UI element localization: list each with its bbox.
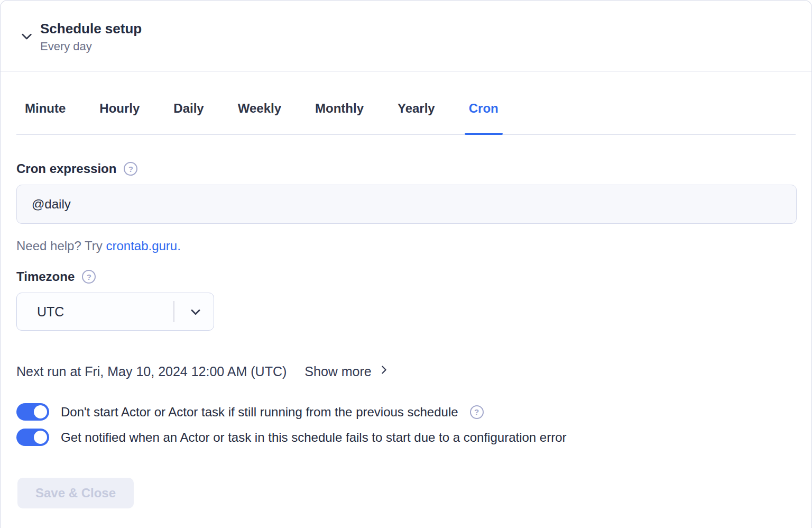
toggle-knob <box>34 431 47 444</box>
schedule-type-tabs: Minute Hourly Daily Weekly Monthly Yearl… <box>16 101 796 135</box>
timezone-label: Timezone <box>16 269 75 284</box>
toggle-row-get-notified: Get notified when an Actor or task in th… <box>16 429 796 446</box>
schedule-setup-dialog: Schedule setup Every day Minute Hourly D… <box>0 0 812 528</box>
select-divider <box>173 301 174 322</box>
hint-text: Need help? Try <box>16 239 106 253</box>
next-run-row: Next run at Fri, May 10, 2024 12:00 AM (… <box>16 363 796 379</box>
dialog-header: Schedule setup Every day <box>1 1 811 71</box>
toggle-knob <box>34 405 47 418</box>
chevron-right-icon <box>378 363 390 379</box>
header-text-block: Schedule setup Every day <box>40 17 142 54</box>
save-and-close-button[interactable]: Save & Close <box>17 478 134 508</box>
collapse-chevron-button[interactable] <box>20 29 34 43</box>
dialog-content: Minute Hourly Daily Weekly Monthly Yearl… <box>1 101 811 508</box>
tab-weekly[interactable]: Weekly <box>234 101 285 134</box>
tab-hourly[interactable]: Hourly <box>95 101 144 134</box>
dialog-subtitle: Every day <box>40 39 142 54</box>
tab-daily[interactable]: Daily <box>169 101 208 134</box>
cron-expression-label: Cron expression <box>16 161 116 176</box>
dialog-title: Schedule setup <box>40 20 142 38</box>
tab-monthly[interactable]: Monthly <box>311 101 368 134</box>
chevron-down-icon <box>20 37 34 45</box>
toggle-row-dont-start: Don't start Actor or Actor task if still… <box>16 403 796 421</box>
show-more-button[interactable]: Show more <box>304 363 389 379</box>
cron-help-hint: Need help? Try crontab.guru. <box>16 239 796 253</box>
dont-start-toggle[interactable] <box>16 403 49 421</box>
cron-expression-input[interactable] <box>16 185 797 224</box>
get-notified-toggle[interactable] <box>16 429 49 446</box>
timezone-select[interactable]: UTC <box>16 293 214 331</box>
tab-minute[interactable]: Minute <box>21 101 70 134</box>
cron-expression-label-row: Cron expression ? <box>16 161 796 176</box>
timezone-selected-value: UTC <box>37 304 64 320</box>
help-icon[interactable]: ? <box>470 405 484 419</box>
help-icon[interactable]: ? <box>82 270 96 284</box>
tab-yearly[interactable]: Yearly <box>393 101 439 134</box>
timezone-label-row: Timezone ? <box>16 269 796 284</box>
dont-start-toggle-label: Don't start Actor or Actor task if still… <box>61 405 458 420</box>
next-run-text: Next run at Fri, May 10, 2024 12:00 AM (… <box>16 364 287 379</box>
help-icon[interactable]: ? <box>124 162 137 176</box>
chevron-down-icon <box>188 305 203 320</box>
crontab-guru-link[interactable]: crontab.guru. <box>106 239 180 253</box>
show-more-label: Show more <box>304 364 371 379</box>
get-notified-toggle-label: Get notified when an Actor or task in th… <box>61 430 567 445</box>
tab-cron[interactable]: Cron <box>465 101 503 134</box>
